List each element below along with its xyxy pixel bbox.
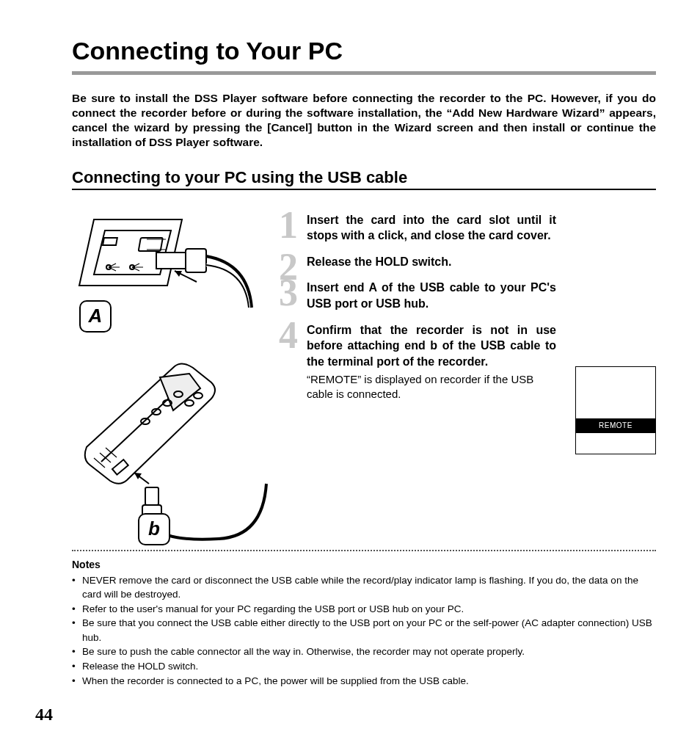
step-text-bold: HOLD [375, 255, 408, 268]
step-number: 3 [279, 274, 298, 312]
main-content: A [72, 212, 656, 550]
illustration-usb-b: b [72, 352, 270, 550]
svg-rect-4 [156, 253, 186, 269]
page-number: 44 [35, 705, 53, 725]
step-1: 1 Insert the card into the card slot unt… [285, 212, 556, 244]
step-text-post: switch. [409, 255, 452, 268]
notes-list: NEVER remove the card or disconnect the … [72, 573, 656, 689]
note-item: NEVER remove the card or disconnect the … [72, 573, 656, 602]
svg-rect-0 [103, 238, 117, 245]
title-rule [72, 71, 656, 75]
step-text: Confirm that the recorder is not in use … [307, 322, 556, 370]
dotted-separator [72, 550, 656, 551]
recorder-display-box: REMOTE [575, 366, 656, 454]
page-title: Connecting to Your PC [72, 37, 656, 65]
remote-label: REMOTE [599, 421, 632, 429]
step-text-pre: Release the [307, 255, 375, 268]
svg-rect-13 [145, 487, 158, 505]
svg-rect-5 [186, 249, 206, 272]
step-4: 4 Confirm that the recorder is not in us… [285, 322, 556, 402]
label-a: A [89, 305, 103, 327]
warning-paragraph: Be sure to install the DSS Player softwa… [72, 91, 656, 150]
manual-page: 5 Connecting to Your PC Connecting to Yo… [0, 0, 700, 748]
note-item: Release the HOLD switch. [72, 659, 656, 674]
note-item: Be sure to push the cable connector all … [72, 644, 656, 659]
step-2: 2 Release the HOLD switch. [285, 254, 556, 270]
step-number: 1 [279, 206, 298, 244]
note-item: When the recorder is connected to a PC, … [72, 674, 656, 689]
step-3: 3 Insert end A of the USB cable to your … [285, 280, 556, 311]
step-number: 4 [279, 316, 298, 355]
section-subtitle: Connecting to your PC using the USB cabl… [72, 168, 656, 187]
steps-list: 1 Insert the card into the card slot unt… [285, 212, 556, 412]
step-text: Insert the card into the card slot until… [307, 212, 556, 244]
note-item: Refer to the user's manual for your PC r… [72, 602, 656, 617]
label-b: b [148, 518, 160, 540]
notes-heading: Notes [72, 559, 656, 570]
step-text: Release the HOLD switch. [307, 254, 556, 270]
subtitle-rule [72, 189, 656, 190]
label-a-box: A [79, 300, 112, 333]
step-text: Insert end A of the USB cable to your PC… [307, 280, 556, 311]
label-b-box: b [138, 513, 170, 545]
illustration-usb-a: A [72, 212, 255, 344]
recorder-display-strip: REMOTE [576, 418, 655, 433]
svg-rect-1 [139, 238, 163, 251]
note-item: Be sure that you connect the USB cable e… [72, 616, 656, 644]
step-subtext: “REMOTE” is displayed on recorder if the… [307, 372, 556, 401]
